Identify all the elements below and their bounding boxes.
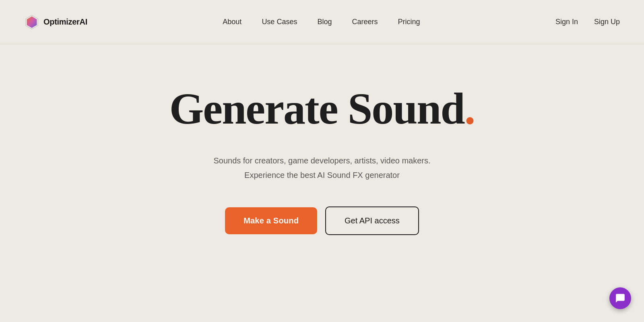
cta-buttons: Make a Sound Get API access	[225, 206, 419, 235]
auth-area: Sign In Sign Up	[555, 18, 620, 26]
header: OptimizerAI About Use Cases Blog Careers…	[0, 0, 644, 44]
hero-subtitle-line1: Sounds for creators, game developers, ar…	[213, 156, 430, 165]
chat-bubble-button[interactable]	[609, 287, 631, 309]
logo[interactable]: OptimizerAI	[24, 14, 87, 30]
hero-subtitle-line2: Experience the best AI Sound FX generato…	[244, 171, 400, 180]
chat-icon	[615, 293, 625, 303]
nav-careers[interactable]: Careers	[352, 18, 378, 26]
make-sound-button[interactable]: Make a Sound	[225, 207, 317, 234]
hero-title-text: Generate Sound	[169, 84, 464, 133]
nav-blog[interactable]: Blog	[317, 18, 332, 26]
hero-title: Generate Sound.	[169, 85, 475, 133]
sign-in-link[interactable]: Sign In	[555, 18, 578, 26]
hero-section: Generate Sound. Sounds for creators, gam…	[0, 44, 644, 259]
sign-up-link[interactable]: Sign Up	[594, 18, 620, 26]
logo-text: OptimizerAI	[43, 17, 87, 27]
nav-use-cases[interactable]: Use Cases	[262, 18, 297, 26]
nav-about[interactable]: About	[223, 18, 242, 26]
hero-title-dot: .	[464, 84, 475, 133]
main-nav: About Use Cases Blog Careers Pricing	[223, 18, 420, 26]
get-api-button[interactable]: Get API access	[325, 206, 419, 235]
logo-icon	[24, 14, 39, 30]
nav-pricing[interactable]: Pricing	[398, 18, 420, 26]
hero-subtitle: Sounds for creators, game developers, ar…	[213, 153, 430, 182]
svg-marker-1	[27, 16, 37, 28]
